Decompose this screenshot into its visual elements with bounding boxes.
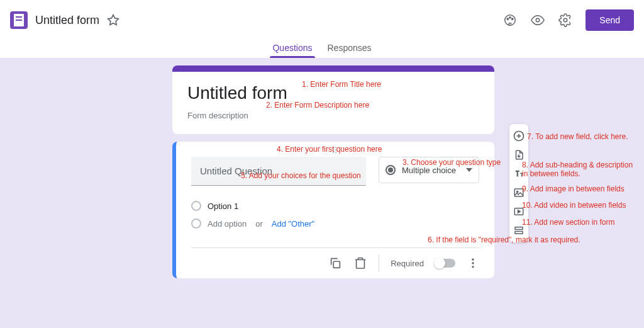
form-title-input[interactable]: Untitled form	[187, 83, 479, 103]
add-option-row: Add option or Add "Other"	[191, 215, 479, 232]
svg-point-3	[509, 17, 511, 18]
annotation: 8. Add sub-heading & description in betw…	[522, 161, 638, 178]
svg-marker-18	[518, 210, 521, 213]
send-button[interactable]: Send	[586, 9, 634, 31]
add-question-icon[interactable]	[511, 128, 527, 144]
option-text-input[interactable]: Option 1	[208, 201, 238, 211]
or-label: or	[255, 219, 263, 229]
svg-rect-20	[515, 232, 523, 234]
question-footer: Required	[191, 247, 479, 278]
chevron-down-icon	[466, 167, 472, 173]
form-name-input[interactable]: Untitled form	[35, 14, 99, 27]
add-option-button[interactable]: Add option	[208, 219, 247, 229]
required-toggle[interactable]	[435, 259, 455, 268]
svg-point-10	[472, 262, 474, 264]
svg-point-4	[512, 18, 513, 20]
svg-rect-19	[515, 227, 523, 230]
annotation: 10. Add video in between fields	[522, 201, 626, 210]
tabs: Questions Responses	[0, 40, 644, 58]
floating-toolbar	[509, 124, 528, 242]
required-label: Required	[391, 259, 424, 268]
settings-icon[interactable]	[558, 13, 573, 28]
type-label: Multiple choice	[402, 166, 456, 175]
divider	[379, 254, 379, 272]
svg-point-16	[517, 191, 518, 192]
import-questions-icon[interactable]	[511, 147, 527, 163]
svg-point-2	[508, 18, 509, 20]
svg-point-5	[536, 18, 540, 22]
tab-responses[interactable]: Responses	[328, 42, 372, 58]
svg-marker-0	[108, 15, 119, 25]
palette-icon[interactable]	[502, 13, 518, 28]
app-header: Untitled form Send	[0, 0, 644, 40]
svg-rect-8	[333, 261, 340, 268]
add-video-icon[interactable]	[511, 203, 527, 220]
more-icon[interactable]	[467, 257, 479, 269]
delete-icon[interactable]	[353, 256, 367, 270]
svg-point-11	[472, 266, 474, 268]
multiple-choice-icon	[386, 165, 396, 175]
add-title-icon[interactable]	[511, 166, 527, 182]
option-row: Option 1	[191, 197, 479, 215]
annotation: 9. Add image in between fields	[522, 184, 625, 193]
star-icon[interactable]	[107, 14, 119, 26]
form-container: Untitled form Form description ⠿ Untitle…	[172, 65, 494, 278]
svg-point-9	[472, 259, 474, 261]
add-image-icon[interactable]	[511, 184, 527, 201]
tab-questions[interactable]: Questions	[272, 42, 312, 58]
question-text-input[interactable]: Untitled Question	[191, 157, 366, 186]
add-section-icon[interactable]	[511, 222, 527, 239]
question-card: ⠿ Untitled Question Multiple choice Opti…	[172, 142, 494, 278]
form-description-input[interactable]: Form description	[187, 111, 479, 120]
svg-marker-7	[466, 168, 472, 172]
canvas: Untitled form Form description ⠿ Untitle…	[0, 58, 644, 328]
header-right: Send	[502, 9, 634, 31]
forms-app-icon[interactable]	[10, 11, 28, 29]
svg-point-6	[564, 18, 568, 22]
add-other-button[interactable]: Add "Other"	[272, 219, 315, 229]
drag-handle-icon[interactable]: ⠿	[191, 145, 479, 153]
duplicate-icon[interactable]	[328, 256, 342, 270]
annotation: 11. Add new section in form	[522, 218, 614, 227]
radio-icon	[191, 218, 201, 229]
question-type-select[interactable]: Multiple choice	[379, 157, 479, 183]
svg-rect-15	[514, 189, 523, 196]
question-row: Untitled Question Multiple choice	[191, 157, 479, 186]
header-left: Untitled form	[10, 11, 502, 29]
preview-icon[interactable]	[530, 13, 545, 28]
title-card: Untitled form Form description	[172, 65, 494, 134]
radio-icon	[191, 201, 201, 211]
annotation: 7. To add new field, click here.	[527, 132, 628, 141]
